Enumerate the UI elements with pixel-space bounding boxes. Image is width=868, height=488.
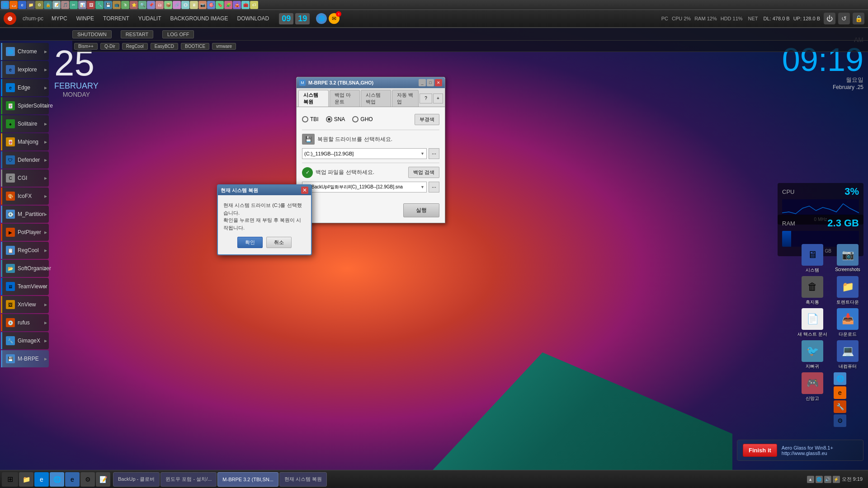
top-icon[interactable]: 🎵 xyxy=(61,1,69,9)
taskbar-ie-icon[interactable]: e xyxy=(65,472,80,487)
desktop-icon-bird[interactable]: 🐦 지뻐귀 xyxy=(797,340,828,370)
top-icon[interactable]: 🖱 xyxy=(121,1,129,9)
taskbar-chrome-icon[interactable]: 🌐 xyxy=(50,472,64,487)
top-icon[interactable]: 🖼 xyxy=(87,1,95,9)
dialog-cancel-btn[interactable]: 취소 xyxy=(266,237,292,248)
task-forum[interactable]: 윈도우 포럼 - 설치/... xyxy=(160,472,217,487)
sidebar-item-icofx[interactable]: 🎨 IcoFX ▶ xyxy=(1,188,49,205)
top-icon[interactable]: 📺 xyxy=(113,1,121,9)
right-sidebar-ie[interactable]: e xyxy=(834,386,846,399)
tray-battery[interactable]: ⚡ xyxy=(833,476,840,483)
taskbar-logo[interactable]: ⊕ xyxy=(4,12,16,25)
desktop-icon-screenshots[interactable]: 📷 Screenshots xyxy=(832,244,863,273)
top-icon[interactable]: 🔍 xyxy=(138,1,146,9)
close-btn[interactable]: ✕ xyxy=(435,79,442,86)
desktop-icon-torrent[interactable]: 📁 토렌트다운 xyxy=(832,276,863,305)
top-icon[interactable]: 🔗 xyxy=(173,1,181,9)
top-icon[interactable]: 📁 xyxy=(27,1,35,9)
tab-help-btn[interactable]: ? xyxy=(420,94,432,103)
sidebar-item-softorganizer[interactable]: 📂 SoftOrganizer ▶ xyxy=(1,260,49,277)
bismp-btn[interactable]: Bism++ xyxy=(74,43,98,50)
taskbar-app2[interactable]: 📝 xyxy=(96,472,110,487)
top-icon[interactable]: 🔧 xyxy=(95,1,104,9)
format-search-btn[interactable]: 부경색 xyxy=(415,114,439,125)
taskbar-explorer[interactable]: 📁 xyxy=(19,472,33,487)
top-icon[interactable]: 📦 xyxy=(164,1,172,9)
desktop-icon-newtext[interactable]: 📄 새 텍스트 문서 xyxy=(797,308,828,338)
sidebar-item-chrome[interactable]: 🌐 Chrome ▶ xyxy=(1,43,49,60)
top-icon[interactable]: 🦊 xyxy=(9,1,18,9)
right-sidebar-app1[interactable]: 🔧 xyxy=(834,400,846,413)
sidebar-item-spider[interactable]: 🃏 SpiderSolitaire ▶ xyxy=(1,97,49,114)
top-icon[interactable]: ✂ xyxy=(70,1,78,9)
drive-dots-btn[interactable]: ··· xyxy=(429,148,439,159)
top-icon[interactable]: 🔒 xyxy=(44,1,52,9)
bootice-btn[interactable]: BOOTICE xyxy=(181,43,209,50)
drive-select[interactable]: (C:)_119GB--[12.9GB] ▼ xyxy=(302,148,427,159)
top-icon[interactable]: 💿 xyxy=(181,1,189,9)
tab-auto-backup[interactable]: 자동 백업 xyxy=(392,90,419,107)
menu-winpe[interactable]: WINPE xyxy=(75,14,96,23)
desktop-icon-trash[interactable]: 🗑 흑지통 xyxy=(797,276,828,305)
sidebar-item-gimagex[interactable]: 🔧 GimageX ▶ xyxy=(1,332,49,349)
execute-btn[interactable]: 실행 xyxy=(403,203,439,217)
top-icon[interactable]: 🎪 xyxy=(233,1,241,9)
sidebar-item-iexplore[interactable]: e Iexplore ▶ xyxy=(1,61,49,78)
sidebar-item-defender[interactable]: 🛡 Defender ▶ xyxy=(1,151,49,169)
top-icon[interactable]: 📝 xyxy=(52,1,61,9)
top-icon[interactable]: 🖥 xyxy=(190,1,198,9)
vmware-btn[interactable]: vmware xyxy=(212,43,236,50)
backup-file-select[interactable]: G:#BackUp#밀화부리#(C)_119GB--[12.9GB].sna ▼ xyxy=(302,182,427,192)
sidebar-item-teamviewer[interactable]: 🖥 TeamViewer ▶ xyxy=(1,278,49,295)
right-sidebar-chrome[interactable]: 🌐 xyxy=(834,372,846,385)
sidebar-item-xnview[interactable]: 🖼 XnView ▶ xyxy=(1,296,49,313)
dialog-confirm-btn[interactable]: 확인 xyxy=(237,237,263,248)
mail-icon[interactable]: ✉! xyxy=(329,13,340,24)
right-sidebar-app2[interactable]: ⚙ xyxy=(834,414,846,427)
taskbar-app1[interactable]: ⚙ xyxy=(80,472,95,487)
top-icon[interactable]: 🌐 xyxy=(1,1,9,9)
top-icon[interactable]: 🧰 xyxy=(241,1,250,9)
sidebar-item-mpartition[interactable]: 💽 M_Partition ▶ xyxy=(1,206,49,223)
menu-background[interactable]: BACKGROUND IMAGE xyxy=(169,14,230,23)
tab-system-restore[interactable]: 시스템 복원 xyxy=(298,90,329,107)
radio-sna[interactable]: SNA xyxy=(326,116,345,122)
top-icon[interactable]: 🔖 xyxy=(216,1,224,9)
aero-finish-button[interactable]: Finish it xyxy=(743,444,777,457)
top-icon[interactable]: 📌 xyxy=(147,1,155,9)
task-backup[interactable]: BackUp - 클로버 xyxy=(113,472,160,487)
tray-network[interactable]: 🌐 xyxy=(816,476,823,483)
top-icon[interactable]: 🧩 xyxy=(224,1,232,9)
desktop-icon-system[interactable]: 🖥 시스템 xyxy=(797,244,828,273)
regcool-btn[interactable]: RegCool xyxy=(122,43,148,50)
tray-sound[interactable]: 🔊 xyxy=(824,476,831,483)
start-button[interactable]: ⊞ xyxy=(2,472,18,487)
finish-it-btn[interactable]: Finish it xyxy=(743,444,777,457)
desktop-icon-game[interactable]: 🎮 신망고 xyxy=(797,372,828,427)
tab-backup-mount[interactable]: 백업 마운트 xyxy=(330,90,360,107)
easybcd-btn[interactable]: EasyBCD xyxy=(151,43,178,50)
menu-torrent[interactable]: TORRENT xyxy=(101,14,131,23)
tab-extra-btn[interactable]: + xyxy=(433,94,443,103)
top-icon[interactable]: ⭐ xyxy=(130,1,138,9)
menu-mypc[interactable]: MYPC xyxy=(50,14,69,23)
top-icon[interactable]: ⚙ xyxy=(35,1,43,9)
dialog-close-btn[interactable]: ✕ xyxy=(301,187,308,194)
power-icon[interactable]: ⏻ xyxy=(824,13,835,24)
radio-gho[interactable]: GHO xyxy=(352,116,373,122)
taskbar-edge-icon[interactable]: e xyxy=(34,472,49,487)
task-mbrpe[interactable]: M-BRPE 3.2 (TBI,SN... xyxy=(217,472,278,487)
sidebar-item-solitaire[interactable]: ♠ Solitaire ▶ xyxy=(1,115,49,132)
sidebar-item-potplayer[interactable]: ▶ PotPlayer ▶ xyxy=(1,224,49,241)
sidebar-item-mbrpe[interactable]: 💾 M-BRPE ▶ xyxy=(1,350,49,367)
chrome-icon[interactable]: 🌐 xyxy=(316,13,327,24)
backup-search-btn[interactable]: 백업 검색 xyxy=(408,167,439,178)
minimize-btn[interactable]: _ xyxy=(419,79,426,86)
sidebar-item-cgi[interactable]: C CGI ▶ xyxy=(1,169,49,187)
restart-btn[interactable]: RESTART xyxy=(121,30,153,38)
menu-yudalit[interactable]: YUDALIT xyxy=(137,14,163,23)
lock-icon[interactable]: 🔒 xyxy=(853,13,864,24)
refresh-icon[interactable]: ↺ xyxy=(838,13,850,24)
desktop-icon-download[interactable]: 📥 다운로드 xyxy=(832,308,863,338)
top-icon[interactable]: 📷 xyxy=(198,1,207,9)
